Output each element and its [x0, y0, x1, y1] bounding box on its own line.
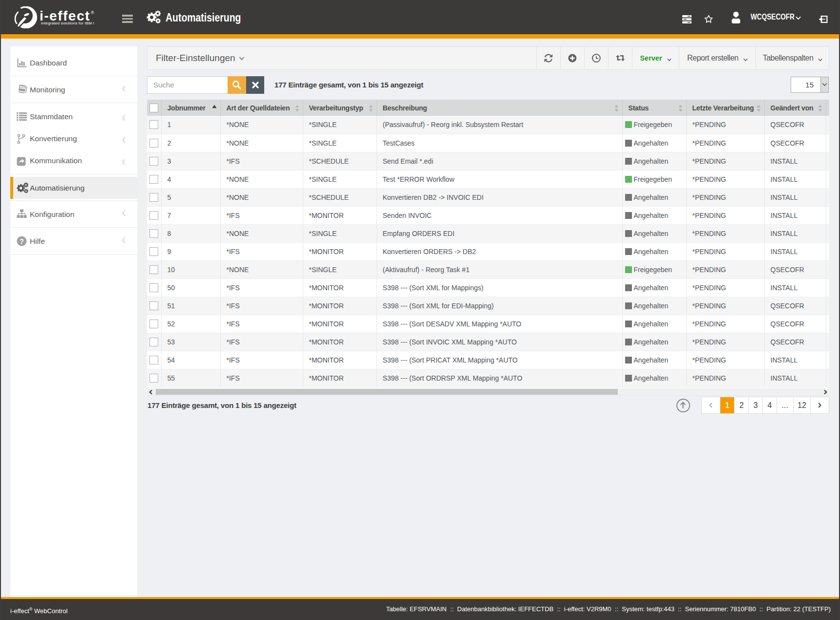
- svg-text:?: ?: [20, 237, 24, 245]
